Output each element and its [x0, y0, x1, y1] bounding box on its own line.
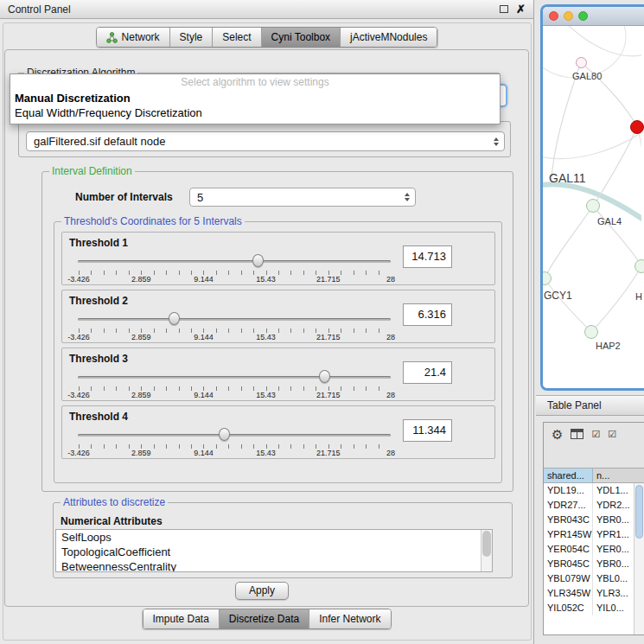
stepper-arrows-icon — [494, 137, 504, 146]
window-titlebar[interactable]: Control Panel ✗ — [0, 0, 533, 19]
slider-track[interactable] — [78, 318, 391, 321]
close-traffic-button[interactable] — [549, 11, 558, 21]
tab-impute-data[interactable]: Impute Data — [143, 609, 218, 628]
threshold-2-panel: Threshold 2 -3.426 2.859 9.144 15.43 21.… — [61, 290, 495, 343]
cell[interactable]: YBR043C — [544, 513, 593, 527]
network-icon — [106, 32, 118, 43]
slider-scale: -3.426 2.859 9.144 15.43 21.715 28 — [79, 333, 391, 341]
table-data-combobox[interactable]: galFiltered.sif default node — [26, 131, 505, 151]
list-scrollbar[interactable] — [481, 530, 492, 571]
column-header-shared-name[interactable]: shared... — [544, 469, 593, 482]
network-node[interactable] — [634, 259, 644, 273]
table-scrollbar[interactable] — [634, 483, 644, 634]
network-view-window: GAL80 GAL11 GAL4 GCY1 HAP2 H — [540, 4, 644, 391]
tab-select-label: Select — [222, 29, 251, 47]
scale-label: 2.859 — [131, 391, 151, 399]
tab-infer-network[interactable]: Infer Network — [309, 609, 390, 628]
dropdown-option-manual[interactable]: Manual Discretization — [10, 91, 500, 105]
column-header-name[interactable]: n... — [593, 469, 644, 482]
slider-thumb[interactable] — [169, 312, 180, 325]
tab-cyni-toolbox[interactable]: Cyni Toolbox — [261, 28, 340, 47]
slider-track[interactable] — [78, 376, 391, 379]
scale-label: 2.859 — [131, 449, 151, 457]
cell[interactable]: YPR145W — [544, 527, 593, 542]
list-item[interactable]: BetweennessCentrality — [56, 559, 492, 572]
minimize-traffic-button[interactable] — [564, 11, 573, 21]
table-row[interactable]: YDL19...YDL1... — [544, 483, 644, 498]
list-item[interactable]: SelfLoops — [56, 530, 492, 545]
table-row[interactable]: YDR27...YDR2... — [544, 498, 644, 513]
tab-select[interactable]: Select — [212, 28, 260, 47]
table-row[interactable]: YLR345WYLR3... — [544, 586, 644, 601]
tab-style[interactable]: Style — [169, 28, 213, 47]
tab-style-label: Style — [180, 29, 203, 47]
threshold-4-slider[interactable] — [78, 428, 391, 442]
scrollbar-thumb[interactable] — [482, 531, 491, 557]
table-row[interactable]: YBL079WYBL0... — [544, 571, 644, 586]
zoom-traffic-button[interactable] — [578, 11, 588, 21]
tab-jactivemodules[interactable]: jActiveMNodules — [340, 28, 437, 47]
select-none-checkbox-icon[interactable]: ☑ — [608, 430, 616, 439]
slider-track[interactable] — [78, 260, 391, 263]
threshold-3-label: Threshold 3 — [69, 353, 128, 365]
node-label: GAL80 — [572, 71, 602, 81]
threshold-3-value-field[interactable]: 21.4 — [403, 361, 452, 384]
scale-label: 28 — [386, 449, 395, 457]
num-intervals-combobox[interactable]: 5 — [189, 188, 416, 207]
table-row[interactable]: YPR145WYPR1... — [544, 527, 644, 542]
scale-label: 15.43 — [256, 333, 276, 341]
thresholds-group-label: Threshold's Coordinates for 5 Intervals — [61, 215, 245, 227]
slider-thumb[interactable] — [252, 254, 264, 267]
select-all-checkbox-icon[interactable]: ☑ — [591, 430, 600, 439]
network-window-titlebar[interactable] — [543, 7, 644, 26]
slider-track[interactable] — [78, 434, 391, 437]
threshold-2-slider[interactable] — [78, 312, 391, 326]
num-intervals-value: 5 — [197, 191, 203, 204]
cell[interactable]: YBL079W — [544, 571, 593, 586]
slider-scale: -3.426 2.859 9.144 15.43 21.715 28 — [79, 391, 391, 399]
cell[interactable]: YLR345W — [544, 586, 593, 601]
thresholds-group: Threshold's Coordinates for 5 Intervals … — [54, 221, 502, 483]
scale-label: 28 — [386, 333, 395, 341]
cell[interactable]: YBR045C — [544, 557, 593, 571]
cell[interactable]: YIL052C — [544, 601, 593, 615]
slider-thumb[interactable] — [319, 370, 330, 383]
network-node[interactable] — [584, 325, 598, 339]
tab-discretize-data[interactable]: Discretize Data — [219, 609, 309, 628]
dropdown-option-equal-width[interactable]: Equal Width/Frequency Discretization — [10, 105, 500, 120]
cell[interactable]: YDL19... — [544, 483, 593, 498]
network-node[interactable] — [586, 199, 600, 213]
slider-thumb[interactable] — [219, 428, 230, 441]
table-panel-title: Table Panel — [547, 399, 602, 411]
cell[interactable]: YDR27... — [544, 498, 593, 513]
scrollbar-thumb[interactable] — [635, 485, 643, 539]
tab-impute-data-label: Impute Data — [152, 610, 208, 628]
network-canvas[interactable]: GAL80 GAL11 GAL4 GCY1 HAP2 H — [543, 26, 644, 388]
table-row[interactable]: YBR045CYBR0... — [544, 557, 644, 571]
columns-icon[interactable] — [571, 429, 583, 439]
float-window-icon[interactable] — [500, 5, 508, 13]
threshold-4-value-field[interactable]: 11.344 — [403, 419, 452, 442]
network-node-highlighted[interactable] — [630, 120, 644, 134]
table-browser-window: ⚙ ☑ ☑ shared... n... YDL19...YDL1... YDR… — [543, 422, 644, 635]
scale-label: 28 — [386, 275, 395, 284]
threshold-1-slider[interactable] — [78, 254, 391, 268]
threshold-3-slider[interactable] — [78, 370, 391, 384]
list-item[interactable]: TopologicalCoefficient — [56, 545, 492, 559]
table-row[interactable]: YBR043CYBR0... — [544, 513, 644, 527]
table-row[interactable]: YIL052CYIL0... — [544, 601, 644, 615]
table-panel-header[interactable]: Table Panel — [536, 395, 644, 416]
tab-network[interactable]: Network — [97, 28, 169, 47]
node-label: GCY1 — [544, 290, 572, 302]
threshold-2-value-field[interactable]: 6.316 — [403, 303, 452, 326]
close-icon[interactable]: ✗ — [516, 3, 526, 15]
interval-definition-group-label: Interval Definition — [49, 165, 135, 177]
gear-icon[interactable]: ⚙ — [552, 428, 563, 441]
apply-button[interactable]: Apply — [235, 582, 289, 600]
table-body[interactable]: YDL19...YDL1... YDR27...YDR2... YBR043CY… — [544, 483, 644, 634]
cell[interactable]: YER054C — [544, 542, 593, 557]
table-row[interactable]: YER054CYER0... — [544, 542, 644, 557]
network-node[interactable] — [576, 57, 587, 68]
threshold-1-value-field[interactable]: 14.713 — [403, 245, 452, 268]
numerical-attributes-list[interactable]: SelfLoops TopologicalCoefficient Between… — [55, 529, 493, 572]
